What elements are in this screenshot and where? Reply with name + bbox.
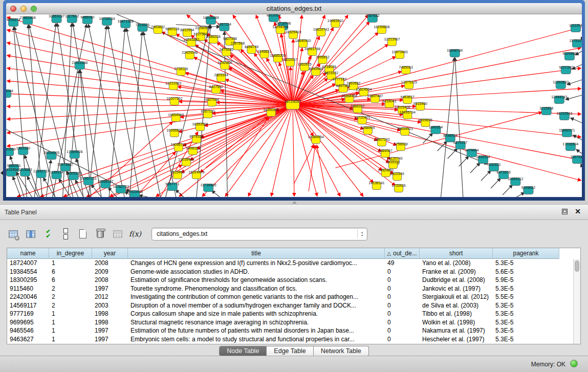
svg-text:16914479: 16914479 — [188, 170, 204, 174]
svg-text:2522549: 2522549 — [390, 172, 404, 176]
table-cell: 1997 — [92, 326, 128, 335]
table-row[interactable]: 946362711997Embryonic stem cells: a mode… — [7, 335, 573, 344]
svg-text:16648784: 16648784 — [447, 49, 463, 52]
table-cell: 0 — [385, 318, 420, 327]
table-cell: 9463627 — [7, 335, 49, 344]
svg-text:9242848: 9242848 — [218, 61, 232, 64]
svg-text:3215958: 3215958 — [539, 106, 553, 110]
network-window-titlebar[interactable]: citations_edges.txt — [6, 3, 582, 14]
panel-divider[interactable] — [0, 201, 588, 204]
svg-text:9227342: 9227342 — [559, 65, 573, 69]
table-selector-spinner-icon[interactable]: ▴ ▾ — [357, 229, 365, 238]
table-row[interactable]: 946554611997Estimation of the future num… — [7, 326, 573, 335]
svg-text:15654923: 15654923 — [397, 127, 413, 130]
svg-text:2087682: 2087682 — [365, 14, 379, 17]
svg-text:9621022: 9621022 — [324, 71, 338, 75]
svg-text:8454749: 8454749 — [245, 45, 258, 49]
table-scrollbar[interactable] — [573, 259, 580, 344]
svg-text:7857224: 7857224 — [217, 23, 231, 26]
column-header-pagerank[interactable]: pagerank — [493, 248, 559, 259]
svg-text:22260538: 22260538 — [195, 26, 211, 30]
svg-text:19963910: 19963910 — [328, 19, 343, 23]
memory-indicator-icon — [570, 360, 578, 367]
svg-text:9466160: 9466160 — [80, 15, 94, 19]
tab-node-table[interactable]: Node Table — [219, 346, 267, 356]
column-header-in_degree[interactable]: in_degree — [49, 248, 92, 259]
table-cell: 9777169 — [7, 310, 49, 318]
svg-text:15692971: 15692971 — [559, 128, 575, 132]
svg-text:15751074: 15751074 — [569, 39, 582, 42]
tab-edge-table[interactable]: Edge Table — [267, 346, 313, 356]
memory-status: Memory: OK — [531, 361, 565, 368]
panel-resize-grip[interactable] — [292, 201, 297, 204]
tab-network-table[interactable]: Network Table — [314, 346, 369, 356]
table-row[interactable]: 2242004622012Investigating the contribut… — [7, 293, 573, 301]
table-cell: 14569117 — [7, 301, 49, 310]
table-row[interactable]: 911546021997Tourette syndrome. Phenomeno… — [7, 285, 573, 293]
svg-text:9756928: 9756928 — [394, 142, 407, 146]
svg-text:10973493: 10973493 — [391, 50, 407, 54]
svg-text:12093832: 12093832 — [553, 80, 569, 84]
column-header-out_de[interactable]: △out_de... — [385, 248, 420, 259]
table-cell: 1 — [49, 318, 92, 327]
table-scrollbar-thumb[interactable] — [575, 260, 579, 272]
table-cell: 0 — [385, 326, 420, 335]
table-selector-value: citations_edges.txt — [157, 230, 207, 237]
table-cell: 9699695 — [7, 318, 49, 327]
svg-text:10653287: 10653287 — [49, 14, 64, 18]
svg-text:9463627: 9463627 — [401, 95, 415, 99]
table-row[interactable]: 1872400712008Changes of HCN gene express… — [7, 259, 573, 268]
table-cell: Estimation of significance thresholds fo… — [128, 276, 385, 285]
network-canvas[interactable]: 9405574276914061065328715276029466160107… — [6, 14, 582, 197]
table-cell: 1998 — [92, 318, 128, 327]
svg-text:19039489: 19039489 — [178, 158, 194, 161]
table-row[interactable]: 1456911722003Disruption of a novel membe… — [7, 301, 573, 310]
column-header-name[interactable]: name — [7, 248, 49, 259]
table-selector[interactable]: citations_edges.txt ▴ ▾ — [151, 228, 367, 240]
svg-text:18640910: 18640910 — [295, 39, 311, 42]
svg-text:9685061: 9685061 — [7, 164, 20, 167]
svg-text:2718126: 2718126 — [174, 67, 188, 71]
svg-text:1963180: 1963180 — [16, 146, 30, 150]
function-builder-icon[interactable]: f(x) — [128, 227, 142, 241]
svg-text:19654985: 19654985 — [168, 113, 184, 117]
table-cell: 0 — [385, 285, 420, 293]
table-cell: 1 — [49, 335, 92, 344]
column-header-title[interactable]: title — [128, 248, 385, 259]
network-view-window[interactable]: citations_edges.txt 94055742769140610653… — [3, 0, 585, 201]
svg-text:2986322: 2986322 — [351, 104, 364, 108]
table-row[interactable]: 977716911998Corpus callosum shape and si… — [7, 310, 573, 318]
table-cell: Jankovic et al. (1997) — [420, 285, 493, 293]
show-columns-icon[interactable] — [24, 227, 38, 241]
select-all-icon[interactable]: ✔✔ — [41, 227, 55, 241]
table-cell: Embryonic stem cells: a model to study s… — [128, 335, 385, 344]
svg-text:8267130: 8267130 — [201, 110, 214, 113]
svg-text:12213383: 12213383 — [165, 81, 181, 85]
table-row[interactable]: 1938455462009Genome-wide association stu… — [7, 268, 573, 276]
clear-selection-icon[interactable] — [58, 227, 73, 241]
table-cell: Tibbo et al. (1998) — [420, 310, 493, 318]
table-cell: Nakamura et al. (1997) — [420, 326, 493, 335]
column-header-year[interactable]: year — [92, 248, 128, 259]
table-row[interactable]: 1830029562008Estimation of significance … — [7, 276, 573, 285]
table-tabs: Node TableEdge TableNetwork Table — [0, 346, 588, 356]
delete-table-icon[interactable] — [111, 227, 125, 241]
delete-column-icon[interactable] — [93, 227, 107, 241]
column-header-short[interactable]: short — [420, 248, 493, 259]
svg-text:16782753: 16782753 — [113, 185, 129, 188]
close-panel-icon[interactable]: ✕ — [575, 207, 581, 215]
svg-text:18724007: 18724007 — [284, 99, 301, 104]
svg-text:12975125: 12975125 — [401, 80, 417, 84]
svg-text:8186328: 8186328 — [206, 35, 220, 38]
svg-text:20364456: 20364456 — [341, 94, 357, 98]
new-column-icon[interactable] — [76, 227, 90, 241]
table-cell: 5.5E-5 — [493, 293, 559, 301]
svg-text:6734028: 6734028 — [322, 65, 336, 69]
svg-text:9529966: 9529966 — [562, 52, 576, 55]
svg-text:16107552: 16107552 — [166, 97, 182, 100]
table-cell: 5.3E-5 — [493, 310, 559, 318]
float-panel-icon[interactable] — [562, 209, 568, 214]
svg-text:9498222: 9498222 — [186, 146, 200, 150]
table-row[interactable]: 969969511998Structural magnetic resonanc… — [7, 318, 573, 327]
table-mode-icon[interactable] — [6, 227, 20, 241]
